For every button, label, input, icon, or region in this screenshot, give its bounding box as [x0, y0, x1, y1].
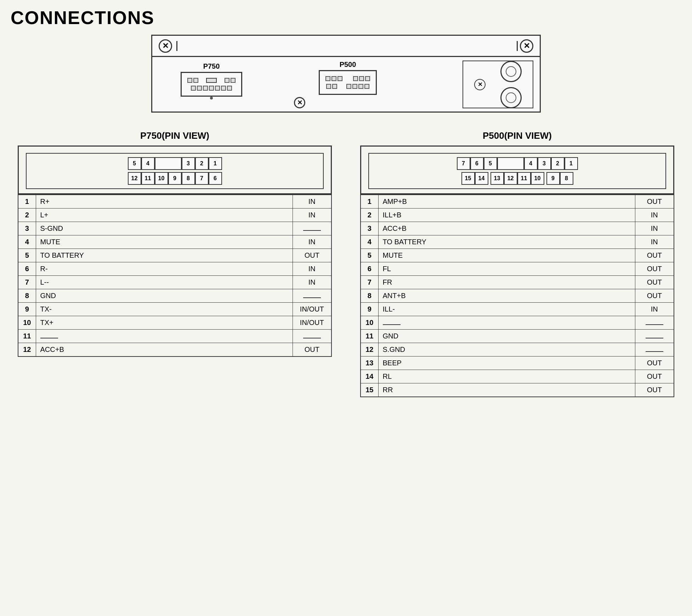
pin-signal: TO BATTERY [378, 235, 635, 249]
pin-number: 4 [18, 235, 36, 249]
p500-top-row: 7 6 5 4 3 2 1 [457, 157, 578, 170]
pin-signal: TX+ [36, 316, 293, 330]
table-row: 3 S-GND [18, 222, 331, 235]
component-circle-x: ✕ [474, 79, 486, 90]
pin-direction: IN [635, 235, 674, 249]
pin-number: 11 [361, 330, 378, 343]
pin-number: 6 [18, 262, 36, 276]
pin-signal: BEEP [378, 357, 635, 370]
pin-direction: IN/OUT [293, 303, 331, 316]
pin-direction: OUT [635, 249, 674, 262]
pin-signal: ACC+B [378, 222, 635, 235]
pin-signal: L-- [36, 276, 293, 289]
p500-view-title: P500(PIN VIEW) [360, 130, 674, 141]
table-row: 5 MUTE OUT [361, 249, 674, 262]
p750-view-title: P750(PIN VIEW) [18, 130, 332, 141]
pin-signal: ACC+B [36, 343, 293, 357]
table-row: 12 S.GND [361, 343, 674, 357]
pin-number: 12 [361, 343, 378, 357]
table-row: 7 FR OUT [361, 276, 674, 289]
table-row: 9 ILL- IN [361, 303, 674, 316]
pin-direction: OUT [635, 289, 674, 303]
pin-signal: MUTE [378, 249, 635, 262]
pin-signal: TO BATTERY [36, 249, 293, 262]
right-components: ✕ [463, 61, 533, 108]
pin-signal: GND [36, 289, 293, 303]
component-circle-2 [500, 87, 522, 108]
pin-signal: ILL- [378, 303, 635, 316]
p500-connector: P500 [319, 61, 377, 95]
table-row: 15 RR OUT [361, 383, 674, 397]
table-row: 7 L-- IN [18, 276, 331, 289]
pin-direction: IN [635, 209, 674, 222]
table-row: 9 TX- IN/OUT [18, 303, 331, 316]
pin-signal: S-GND [36, 222, 293, 235]
table-row: 1 R+ IN [18, 195, 331, 209]
pin-signal: AMP+B [378, 195, 635, 209]
circle-x-left: ✕ [159, 39, 172, 53]
pin-number: 1 [361, 195, 378, 209]
table-row: 13 BEEP OUT [361, 357, 674, 370]
pin-signal: R+ [36, 195, 293, 209]
pin-signal: ANT+B [378, 289, 635, 303]
circle-x-right: ✕ [520, 39, 533, 53]
pin-direction: OUT [635, 357, 674, 370]
pin-number: 11 [18, 330, 36, 343]
table-row: 11 GND [361, 330, 674, 343]
pin-views-section: P750(PIN VIEW) 5 4 3 2 1 12 [11, 130, 681, 397]
pin-direction: IN [293, 195, 331, 209]
pin-signal: RL [378, 370, 635, 383]
table-row: 2 L+ IN [18, 209, 331, 222]
component-circle-1 [500, 61, 522, 82]
pin-direction [635, 316, 674, 330]
p500-pin-diagram: 7 6 5 4 3 2 1 15 14 13 [360, 146, 674, 194]
pin-number: 10 [18, 316, 36, 330]
table-row: 2 ILL+B IN [361, 209, 674, 222]
table-row: 3 ACC+B IN [361, 222, 674, 235]
pin-direction: IN/OUT [293, 316, 331, 330]
p500-bottom-row: 15 14 13 12 11 10 9 8 [461, 172, 573, 185]
pin-direction: OUT [293, 343, 331, 357]
pin-direction: IN [293, 235, 331, 249]
table-row: 10 TX+ IN/OUT [18, 316, 331, 330]
pin-number: 4 [361, 235, 378, 249]
pin-number: 7 [361, 276, 378, 289]
pin-direction: OUT [635, 276, 674, 289]
device-diagram: ✕ ✕ P750 [151, 35, 541, 113]
pin-number: 7 [18, 276, 36, 289]
p750-table: 1 R+ IN2 L+ IN3 S-GND 4 MUTE IN5 TO BA [18, 194, 332, 357]
pin-number: 2 [361, 209, 378, 222]
pin-number: 15 [361, 383, 378, 397]
pin-direction [635, 343, 674, 357]
pin-direction: OUT [293, 249, 331, 262]
p500-view-block: P500(PIN VIEW) 7 6 5 4 3 2 1 [360, 130, 674, 397]
table-row: 1 AMP+B OUT [361, 195, 674, 209]
table-row: 4 TO BATTERY IN [361, 235, 674, 249]
pin-number: 5 [361, 249, 378, 262]
pin-direction: OUT [635, 383, 674, 397]
p500-table: 1 AMP+B OUT2 ILL+B IN3 ACC+B IN4 TO BATT… [360, 194, 674, 397]
table-row: 5 TO BATTERY OUT [18, 249, 331, 262]
pin-number: 8 [18, 289, 36, 303]
p750-connector: P750 [181, 62, 242, 97]
pin-number: 9 [361, 303, 378, 316]
table-row: 8 ANT+B OUT [361, 289, 674, 303]
body-circle-x: ✕ [294, 97, 305, 108]
p750-top-row: 5 4 3 2 1 [128, 157, 222, 170]
pin-direction: OUT [635, 370, 674, 383]
pin-signal: RR [378, 383, 635, 397]
pin-signal [378, 316, 635, 330]
page-title: CONNECTIONS [11, 7, 681, 28]
table-row: 10 [361, 316, 674, 330]
pin-direction: IN [635, 222, 674, 235]
table-row: 4 MUTE IN [18, 235, 331, 249]
table-row: 8 GND [18, 289, 331, 303]
pin-signal: ILL+B [378, 209, 635, 222]
pin-number: 1 [18, 195, 36, 209]
pin-number: 13 [361, 357, 378, 370]
pin-signal [36, 330, 293, 343]
table-row: 11 [18, 330, 331, 343]
pin-signal: S.GND [378, 343, 635, 357]
pin-direction [635, 330, 674, 343]
pin-signal: L+ [36, 209, 293, 222]
